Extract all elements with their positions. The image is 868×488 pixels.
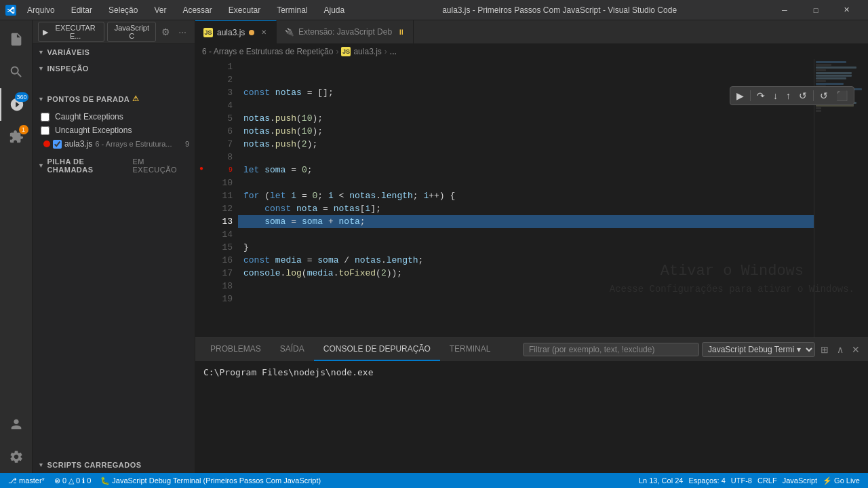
execute-button[interactable]: ▶ EXECUTAR E... xyxy=(38,22,104,42)
tab-terminal[interactable]: TERMINAL xyxy=(440,338,500,361)
menu-acessar[interactable]: Acessar xyxy=(177,4,217,16)
menu-terminal[interactable]: Terminal xyxy=(271,4,313,16)
breadcrumb-part2[interactable]: aula3.js xyxy=(353,47,381,56)
panel-output[interactable]: C:\Program Files\nodejs\node.exe xyxy=(195,362,868,473)
status-language[interactable]: JavaScript xyxy=(780,476,820,485)
status-cursor[interactable]: Ln 13, Col 24 xyxy=(636,476,686,485)
breadcrumb-js-icon: JS xyxy=(341,47,351,56)
breadcrumb-sep2: › xyxy=(384,47,387,56)
code-line-6: notas.push(10); xyxy=(238,125,814,138)
tab-problems[interactable]: PROBLEMAS xyxy=(201,338,271,361)
error-triangle-icon: △ xyxy=(68,476,74,485)
error-count: 0 xyxy=(62,476,66,485)
branch-name: master* xyxy=(19,476,45,485)
code-line-17: console.log(media.toFixed(2)); xyxy=(238,267,814,280)
code-line-18 xyxy=(238,280,814,293)
code-line-15: } xyxy=(238,241,814,254)
debug-step-into-btn[interactable]: ↓ xyxy=(770,88,781,103)
breakpoints-label: PONTOS DE PARADA xyxy=(47,95,130,103)
breakpoints-section-header[interactable]: ▼ PONTOS DE PARADA ⚠ xyxy=(33,90,195,107)
call-stack-section-header[interactable]: ▼ PILHA DE CHAMADAS Em execução xyxy=(33,153,195,178)
play-icon: ▶ xyxy=(43,28,48,37)
uncaught-exceptions-checkbox[interactable] xyxy=(41,126,50,135)
menu-selecao[interactable]: Seleção xyxy=(103,4,143,16)
activity-search[interactable] xyxy=(0,56,33,88)
language-label: JavaScript xyxy=(783,476,817,485)
breakpoint-red-dot xyxy=(43,140,50,147)
activity-settings[interactable] xyxy=(0,440,33,473)
menu-ajuda[interactable]: Ajuda xyxy=(319,4,351,16)
debug-continue-btn[interactable]: ▶ xyxy=(733,88,747,103)
code-line-16: const media = soma / notas.length; xyxy=(238,254,814,267)
debug-config-button[interactable]: JavaScript C xyxy=(107,22,156,42)
gutter: ● xyxy=(195,59,208,337)
bottom-panel: PROBLEMAS SAÍDA CONSOLE DE DEPURAÇÃO TER… xyxy=(195,337,868,473)
status-debug-info[interactable]: 🐛 JavaScript Debug Terminal (Primeiros P… xyxy=(98,473,323,488)
menu-arquivo[interactable]: Arquivo xyxy=(22,4,60,16)
tab-modified-dot xyxy=(249,30,254,35)
activity-extensions[interactable]: 1 xyxy=(0,121,33,153)
title-bar: Arquivo Editar Seleção Ver Acessar Execu… xyxy=(0,0,868,20)
maximize-button[interactable]: □ xyxy=(800,0,831,20)
code-line-19 xyxy=(238,293,814,305)
tab-extension[interactable]: 🔌 Extensão: JavaScript Deb ⏸ xyxy=(277,20,414,43)
loaded-scripts-label: SCRIPTS CARREGADOS xyxy=(47,461,141,469)
tab-saida[interactable]: SAÍDA xyxy=(271,338,314,361)
minimize-button[interactable]: ─ xyxy=(769,0,800,20)
code-line-9: let soma = 0; xyxy=(238,164,814,176)
line-9-breakpoint: 9 xyxy=(208,164,233,176)
uncaught-exceptions-label: Uncaught Exceptions xyxy=(55,126,132,135)
panel-collapse-btn[interactable]: ∧ xyxy=(834,343,846,356)
panel-layout-btn[interactable]: ⊞ xyxy=(818,343,831,356)
debug-step-over-btn[interactable]: ↷ xyxy=(753,88,768,103)
panel-close-btn[interactable]: ✕ xyxy=(849,343,863,356)
menu-ver[interactable]: Ver xyxy=(149,4,172,16)
terminal-select[interactable]: JavaScript Debug Termi ▾ xyxy=(702,342,815,357)
activity-files[interactable] xyxy=(0,23,33,56)
status-bar: ⎇ master* ⊗ 0 △ 0 ℹ 0 🐛 JavaScript Debug… xyxy=(0,473,868,488)
debug-step-out-btn[interactable]: ↑ xyxy=(783,88,794,103)
status-right: Ln 13, Col 24 Espaços: 4 UTF-8 CRLF Java… xyxy=(636,476,863,485)
caught-exceptions-checkbox[interactable] xyxy=(41,113,50,121)
menu-executar[interactable]: Executar xyxy=(223,4,266,16)
title-bar-left: Arquivo Editar Seleção Ver Acessar Execu… xyxy=(5,4,350,16)
status-spaces[interactable]: Espaços: 4 xyxy=(686,476,728,485)
code-content[interactable]: const notas = []; notas.push(10); notas.… xyxy=(238,59,814,337)
debug-stop-btn[interactable]: ⬛ xyxy=(833,88,851,103)
status-encoding[interactable]: UTF-8 xyxy=(728,476,755,485)
tab-aula3js[interactable]: JS aula3.js ✕ xyxy=(195,20,277,43)
breakpoints-warning-icon: ⚠ xyxy=(132,94,140,103)
status-line-ending[interactable]: CRLF xyxy=(755,476,780,485)
code-line-11: for (let i = 0; i < notas.length; i++) { xyxy=(238,189,814,202)
code-editor[interactable]: ● 1 2 3 4 5 xyxy=(195,59,868,337)
breakpoints-list: Caught Exceptions Uncaught Exceptions au… xyxy=(33,107,195,153)
loaded-scripts-section-header[interactable]: ▼ SCRIPTS CARREGADOS xyxy=(33,457,195,473)
debug-settings-button[interactable]: ⚙ xyxy=(159,25,173,39)
variables-section-header[interactable]: ▼ VARIÁVEIS xyxy=(33,44,195,60)
close-button[interactable]: ✕ xyxy=(831,0,863,20)
inspection-section-header[interactable]: ▼ INSPEÇÃO xyxy=(33,60,195,77)
breadcrumb-part3[interactable]: ... xyxy=(390,47,397,56)
breadcrumb-part1[interactable]: 6 - Arrays e Estruturas de Repetição xyxy=(202,47,333,56)
debug-restart2-btn[interactable]: ↺ xyxy=(816,88,831,103)
main-container: 360 1 xyxy=(0,20,868,488)
breakpoints-collapse-icon: ▼ xyxy=(38,96,44,102)
status-errors[interactable]: ⊗ 0 △ 0 ℹ 0 xyxy=(52,473,94,488)
menu-editar[interactable]: Editar xyxy=(66,4,98,16)
tab-close-icon[interactable]: ✕ xyxy=(261,29,267,36)
debug-restart-btn[interactable]: ↺ xyxy=(795,88,810,103)
activity-account[interactable] xyxy=(0,408,33,440)
debug-more-button[interactable]: ··· xyxy=(176,25,189,39)
activity-debug[interactable]: 360 xyxy=(0,88,33,121)
breakpoint-file-checkbox[interactable] xyxy=(53,140,62,149)
tab-ext-icon: 🔌 xyxy=(285,28,294,37)
status-liveshare[interactable]: ⚡ Go Live xyxy=(820,476,863,485)
panel-filter-input[interactable] xyxy=(523,343,699,356)
spaces-label: Espaços: 4 xyxy=(688,476,725,485)
tab-console-depuracao[interactable]: CONSOLE DE DEPURAÇÃO xyxy=(314,338,440,361)
breakpoint-caught: Caught Exceptions xyxy=(33,110,195,124)
status-branch[interactable]: ⎇ master* xyxy=(5,473,47,488)
activity-bar: 360 1 xyxy=(0,20,33,473)
debug-float-toolbar: ▶ ↷ ↓ ↑ ↺ ↺ ⬛ xyxy=(730,86,854,105)
tab-js-icon: JS xyxy=(203,28,213,37)
